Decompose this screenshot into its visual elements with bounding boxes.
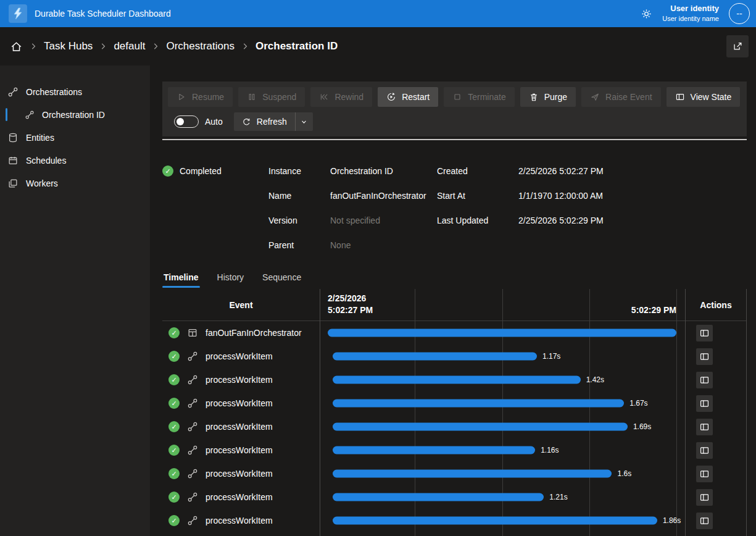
app-logo-icon xyxy=(9,4,27,23)
entities-icon xyxy=(7,132,19,143)
timeline-actions-cell xyxy=(686,485,746,509)
completed-icon: ✓ xyxy=(168,468,180,479)
view-state-button[interactable] xyxy=(696,419,713,435)
send-icon xyxy=(590,92,600,102)
duration-label: 1.86s xyxy=(663,516,681,525)
duration-bar[interactable] xyxy=(328,329,676,337)
open-external-icon[interactable] xyxy=(726,35,749,57)
duration-bar[interactable] xyxy=(333,446,535,454)
auto-refresh-toggle[interactable] xyxy=(174,115,199,128)
view-state-button[interactable]: View State xyxy=(667,87,741,107)
actions-column-header: Actions xyxy=(686,289,746,321)
timeline-bar-row: 1.42s xyxy=(328,368,676,392)
timeline-event-row[interactable]: ✓processWorkItem xyxy=(162,485,320,509)
raise-event-button[interactable]: Raise Event xyxy=(581,87,660,107)
sidebar-item-workers[interactable]: Workers xyxy=(0,172,150,195)
duration-bar[interactable] xyxy=(333,470,612,478)
chevron-right-icon xyxy=(151,42,160,51)
restart-icon xyxy=(386,92,396,102)
restart-button[interactable]: Restart xyxy=(378,87,438,107)
view-state-button[interactable] xyxy=(696,395,713,412)
user-subtitle: User identity name xyxy=(662,14,719,23)
duration-bar[interactable] xyxy=(333,353,537,361)
breadcrumb-task-hubs[interactable]: Task Hubs xyxy=(44,40,93,52)
view-state-button[interactable] xyxy=(696,489,713,506)
timeline-event-row[interactable]: ✓processWorkItem xyxy=(162,392,320,415)
completed-icon: ✓ xyxy=(168,515,180,526)
tab-history[interactable]: History xyxy=(216,270,246,288)
field-label: Last Updated xyxy=(437,208,518,233)
timeline-bar-row: 1.21s xyxy=(328,485,676,509)
sidebar-item-schedules[interactable]: Schedules xyxy=(0,149,150,172)
timeline-actions-cell xyxy=(686,368,746,392)
refresh-split-button: Refresh xyxy=(234,112,313,131)
sidebar-item-entities[interactable]: Entities xyxy=(0,126,150,149)
timeline-actions-cell xyxy=(686,392,746,415)
tab-sequence[interactable]: Sequence xyxy=(261,270,302,288)
view-state-button[interactable] xyxy=(696,466,713,482)
timeline-bar-row: 1.67s xyxy=(328,392,676,415)
completed-icon: ✓ xyxy=(168,492,180,503)
tab-timeline[interactable]: Timeline xyxy=(162,270,200,288)
timeline-event-row[interactable]: ✓processWorkItem xyxy=(162,532,320,536)
axis-start-time: 5:02:27 PM xyxy=(328,305,373,315)
completed-status-icon: ✓ xyxy=(162,165,173,177)
trash-icon xyxy=(529,92,539,102)
timeline-event-row[interactable]: ✓processWorkItem xyxy=(162,509,320,532)
duration-bar[interactable] xyxy=(333,517,657,525)
chevron-right-icon xyxy=(29,42,38,51)
timeline-event-row[interactable]: ✓processWorkItem xyxy=(162,415,320,438)
resume-button[interactable]: Resume xyxy=(168,87,233,107)
purge-button[interactable]: Purge xyxy=(520,87,576,107)
field-label: Name xyxy=(268,183,330,208)
breadcrumb-orchestrations[interactable]: Orchestrations xyxy=(166,40,235,52)
duration-label: 1.17s xyxy=(542,352,560,361)
duration-bar[interactable] xyxy=(333,400,624,408)
view-state-button[interactable] xyxy=(696,348,713,365)
axis-end-time: 5:02:29 PM xyxy=(631,305,676,315)
timeline-actions-cell xyxy=(686,509,746,532)
terminate-button[interactable]: Terminate xyxy=(444,87,514,107)
view-state-button[interactable] xyxy=(696,325,713,341)
auto-label: Auto xyxy=(205,117,223,127)
toolbar-divider xyxy=(162,139,747,140)
event-name: processWorkItem xyxy=(206,351,273,361)
timeline-event-row[interactable]: ✓fanOutFanInOrchestrator xyxy=(162,321,320,345)
view-state-button[interactable] xyxy=(696,513,713,529)
refresh-icon xyxy=(242,117,251,127)
completed-icon: ✓ xyxy=(168,421,180,432)
settings-gear-icon[interactable] xyxy=(641,8,652,20)
sidebar-item-orchestrations[interactable]: Orchestrations xyxy=(0,80,150,103)
duration-bar[interactable] xyxy=(333,376,580,384)
timeline-event-row[interactable]: ✓processWorkItem xyxy=(162,462,320,485)
timeline-table: Event ✓fanOutFanInOrchestrator✓processWo… xyxy=(162,289,747,536)
chevron-right-icon xyxy=(99,42,107,51)
selected-accent-bar xyxy=(6,108,7,121)
timeline-event-row[interactable]: ✓processWorkItem xyxy=(162,368,320,392)
orchestration-summary: ✓ Completed Instance Orchestration ID Cr… xyxy=(162,159,747,258)
user-name: User identity xyxy=(662,4,719,14)
rewind-button[interactable]: Rewind xyxy=(310,87,372,107)
activity-icon xyxy=(187,374,198,385)
timeline-event-row[interactable]: ✓processWorkItem xyxy=(162,438,320,462)
main-content: Resume Suspend Rewind Restart Terminate xyxy=(150,65,756,536)
view-state-button[interactable] xyxy=(696,372,713,388)
activity-icon xyxy=(187,421,198,432)
timeline-bar-row: 1.17s xyxy=(328,345,676,368)
home-icon[interactable] xyxy=(10,40,23,53)
orchestrator-icon xyxy=(187,327,198,338)
user-avatar[interactable]: -- xyxy=(729,3,750,24)
suspend-button[interactable]: Suspend xyxy=(238,87,305,107)
duration-label: 1.67s xyxy=(629,399,647,408)
duration-bar[interactable] xyxy=(333,423,627,431)
duration-bar[interactable] xyxy=(333,493,544,501)
timeline-bar-row: 1.86s xyxy=(328,509,676,532)
refresh-options-chevron[interactable] xyxy=(296,112,313,131)
view-state-button[interactable] xyxy=(696,442,713,459)
orchestration-toolbar: Resume Suspend Rewind Restart Terminate xyxy=(162,82,747,136)
breadcrumb-default[interactable]: default xyxy=(114,40,145,52)
timeline-event-row[interactable]: ✓processWorkItem xyxy=(162,345,320,368)
refresh-button[interactable]: Refresh xyxy=(234,112,296,131)
activity-icon xyxy=(187,398,198,409)
sidebar-item-orchestration-id[interactable]: Orchestration ID xyxy=(0,103,150,126)
